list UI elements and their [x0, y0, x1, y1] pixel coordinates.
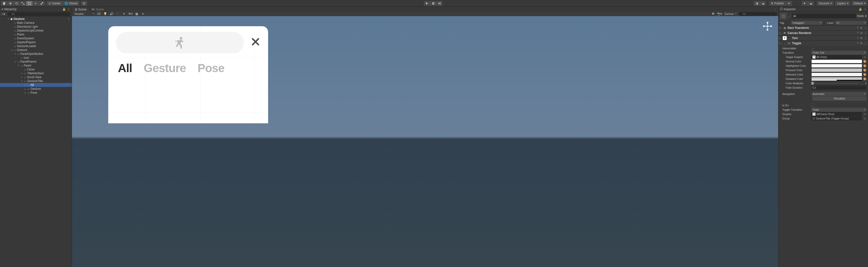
- toggle-all[interactable]: All: [118, 61, 132, 75]
- publish-button[interactable]: ⬆Publish: [769, 1, 786, 6]
- hierarchy-item[interactable]: ▭icon: [0, 56, 72, 60]
- preset-icon[interactable]: ⚙: [860, 42, 863, 45]
- tools-icon[interactable]: 🛠: [711, 12, 716, 16]
- scene-viewport[interactable]: All Gesture Pose: [72, 16, 778, 267]
- normal-color-swatch[interactable]: [811, 59, 862, 63]
- play-button[interactable]: [424, 1, 430, 6]
- interactable-checkbox[interactable]: ✓: [811, 47, 815, 50]
- text-header[interactable]: ▸ T ✓ Text ?⚙⋮: [778, 36, 868, 41]
- fx-icon[interactable]: ☄: [115, 12, 120, 16]
- toggle-gesture[interactable]: Gesture: [144, 61, 186, 75]
- collab-icon[interactable]: ◑: [753, 1, 760, 6]
- color-picker-icon[interactable]: 🎨: [863, 69, 867, 72]
- snap-toggle[interactable]: [81, 1, 87, 6]
- lighting-icon[interactable]: 💡: [102, 12, 108, 16]
- text-enabled-checkbox[interactable]: ✓: [787, 36, 791, 40]
- hierarchy-item[interactable]: ▾▭PanelParent: [0, 60, 72, 63]
- color-picker-icon[interactable]: 🎨: [863, 77, 867, 81]
- cloud-icon[interactable]: ☁: [808, 1, 814, 6]
- rotate-tool[interactable]: [13, 1, 20, 6]
- lock-icon[interactable]: 🔒: [859, 7, 862, 11]
- gizmos-dropdown[interactable]: Gizmos: [723, 12, 738, 16]
- selected-color-swatch[interactable]: [811, 73, 862, 77]
- panel-menu-icon[interactable]: ⋮: [774, 8, 778, 12]
- hierarchy-item[interactable]: ▭Main Camera: [0, 21, 72, 25]
- hierarchy-item[interactable]: ▸▭Scroll View: [0, 75, 72, 79]
- target-graphic-field[interactable]: TAll (Text): [811, 55, 862, 59]
- create-dropdown[interactable]: +▾: [1, 12, 6, 16]
- grid-drop-icon[interactable]: ▾: [140, 12, 146, 16]
- hierarchy-item[interactable]: ▭EventSystem: [0, 36, 72, 40]
- hierarchy-item[interactable]: ▾▭PanelOpenButton: [0, 52, 72, 56]
- object-picker-icon[interactable]: ⊙: [863, 117, 867, 120]
- more-icon[interactable]: ⋮: [864, 26, 867, 30]
- space-toggle[interactable]: 🌐Global: [62, 1, 80, 6]
- toggle-enabled-checkbox[interactable]: ✓: [783, 42, 786, 45]
- fade-duration-field[interactable]: [811, 86, 867, 89]
- active-checkbox[interactable]: ✓: [787, 14, 791, 18]
- account-dropdown[interactable]: Account: [817, 1, 834, 6]
- preset-icon[interactable]: ⚙: [860, 26, 863, 30]
- shading-dropdown[interactable]: Shaded: [73, 12, 95, 16]
- close-button[interactable]: [250, 36, 261, 48]
- scene-search[interactable]: [738, 12, 777, 16]
- scale-tool[interactable]: [20, 1, 26, 6]
- toggle-header[interactable]: ▾ ✓ ☑ Toggle ?⚙⋮: [778, 41, 868, 46]
- custom-tools[interactable]: [39, 1, 45, 6]
- hierarchy-item[interactable]: ▭Close: [0, 68, 72, 71]
- rect-transform-header[interactable]: ▸ ⊞ Rect Transform ?⚙⋮: [778, 26, 868, 30]
- object-picker-icon[interactable]: ⊙: [863, 113, 867, 116]
- ison-checkbox[interactable]: ✓: [811, 104, 815, 107]
- hand-tool[interactable]: [1, 1, 7, 6]
- orientation-gizmo[interactable]: [761, 20, 774, 32]
- hierarchy-item[interactable]: ▸▭Pose: [0, 91, 72, 95]
- scene-row[interactable]: ▾◆Gesture⋮: [0, 17, 72, 21]
- scene-tab[interactable]: ⊞Scene: [72, 7, 89, 12]
- group-field[interactable]: ☑GestureTitle (Toggle Group): [811, 116, 862, 121]
- toggle-transition-dropdown[interactable]: Fade: [811, 108, 867, 112]
- pressed-color-swatch[interactable]: [811, 68, 862, 72]
- fx-drop-icon[interactable]: ▾: [121, 12, 127, 16]
- menu-icon[interactable]: ⋮: [67, 7, 70, 11]
- color-picker-icon[interactable]: 🎨: [863, 64, 867, 68]
- more-icon[interactable]: ⋮: [864, 36, 867, 40]
- visualize-button[interactable]: Visualize: [812, 96, 867, 101]
- hierarchy-item[interactable]: ▸▭All: [0, 83, 72, 87]
- lock-icon[interactable]: 🔒: [62, 7, 66, 11]
- navigation-dropdown[interactable]: Automatic: [811, 92, 867, 96]
- toggle-pose[interactable]: Pose: [197, 61, 224, 75]
- preset-icon[interactable]: ⚙: [860, 36, 863, 40]
- help-icon[interactable]: ?: [857, 36, 859, 40]
- services-icon[interactable]: ☁: [760, 1, 766, 6]
- hierarchy-item[interactable]: ▭Plane: [0, 32, 72, 36]
- hierarchy-item[interactable]: ▾▭GestureTitle: [0, 79, 72, 83]
- step-button[interactable]: [436, 1, 443, 6]
- more-icon[interactable]: ⋮: [864, 42, 867, 45]
- game-tab[interactable]: 🎮Game: [89, 7, 106, 12]
- gameobject-name-field[interactable]: [792, 14, 856, 18]
- pivot-toggle[interactable]: ⊙Center: [46, 1, 62, 6]
- help-icon[interactable]: ?: [857, 31, 859, 35]
- graphic-field[interactable]: TAllCheck (Text): [811, 112, 862, 116]
- highlighted-color-swatch[interactable]: [811, 64, 862, 68]
- object-picker-icon[interactable]: ⊙: [863, 56, 867, 59]
- publish-dropdown[interactable]: ▾: [786, 1, 792, 6]
- layers-dropdown[interactable]: Layers: [835, 1, 850, 6]
- camera-icon[interactable]: 📷▾: [717, 12, 722, 16]
- hierarchy-item[interactable]: ▭ZepetoPlayers: [0, 40, 72, 44]
- layout-dropdown[interactable]: Default: [851, 1, 867, 6]
- rect-tool[interactable]: [26, 1, 32, 6]
- hierarchy-item[interactable]: ▭Directional Light: [0, 25, 72, 29]
- color-picker-icon[interactable]: 🎨: [863, 60, 867, 63]
- hierarchy-item[interactable]: ▭GestureLoader: [0, 44, 72, 48]
- color-mult-slider[interactable]: 1: [811, 82, 867, 85]
- hierarchy-item[interactable]: ▸▭TitleInterface: [0, 71, 72, 75]
- transition-dropdown[interactable]: Color Tint: [811, 51, 867, 55]
- preset-icon[interactable]: ⚙: [860, 31, 863, 35]
- more-icon[interactable]: ⋮: [864, 31, 867, 35]
- help-icon[interactable]: ?: [857, 26, 859, 30]
- canvas-renderer-header[interactable]: ▸ 👁 Canvas Renderer ?⚙⋮: [778, 31, 868, 35]
- tag-dropdown[interactable]: Untagged: [791, 21, 823, 25]
- audio-icon[interactable]: 🔊: [109, 12, 114, 16]
- transform-tool-combo[interactable]: [32, 1, 39, 6]
